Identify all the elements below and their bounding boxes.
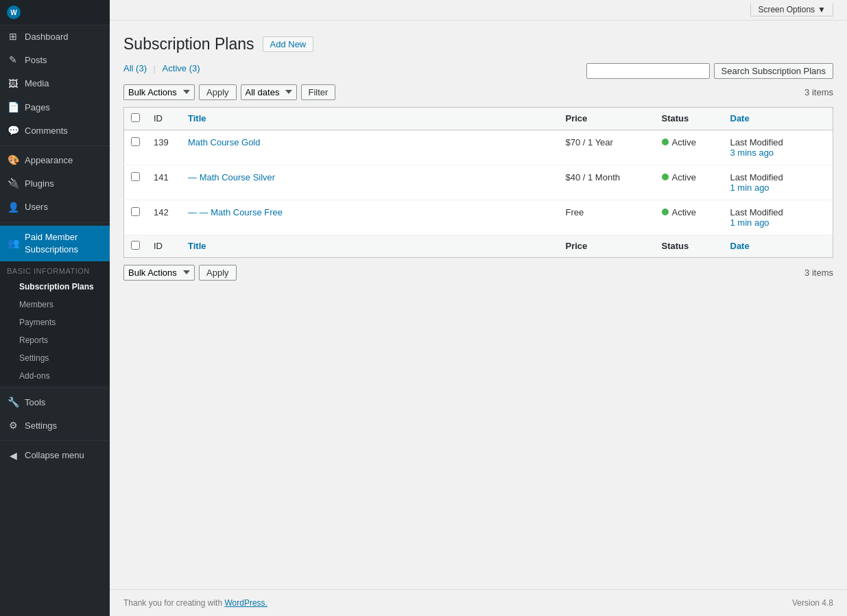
row-checkbox-cell-3: [124, 200, 147, 235]
settings-icon: ⚙: [7, 420, 19, 432]
sidebar-item-posts[interactable]: ✎ Posts: [0, 49, 110, 72]
dates-select[interactable]: All dates: [241, 84, 297, 100]
date-sort-link[interactable]: Date: [730, 113, 750, 123]
collapse-icon: ◀: [7, 449, 19, 462]
sidebar-item-label: Posts: [25, 54, 47, 67]
row-id-1: 139: [147, 130, 181, 165]
footer-status-col: Status: [655, 235, 724, 257]
row-title-link-2[interactable]: — Math Course Silver: [188, 172, 275, 182]
wordpress-link[interactable]: WordPress.: [224, 598, 267, 608]
filter-active-link[interactable]: Active (3): [163, 63, 200, 73]
title-sort-link-bottom[interactable]: Title: [188, 241, 206, 251]
sidebar-item-collapse[interactable]: ◀ Collapse menu: [0, 444, 110, 467]
row-status-2: Active: [655, 165, 724, 200]
row-title-link-1[interactable]: Math Course Gold: [188, 137, 261, 147]
row-checkbox-3[interactable]: [131, 207, 140, 216]
submenu-item-subscription-plans[interactable]: Subscription Plans: [0, 278, 110, 296]
pages-icon: 📄: [7, 102, 19, 114]
sidebar-item-media[interactable]: 🖼 Media: [0, 72, 110, 95]
posts-icon: ✎: [7, 54, 19, 67]
submenu-item-payments[interactable]: Payments: [0, 313, 110, 331]
apply-button-top[interactable]: Apply: [199, 84, 237, 100]
date-ago-link-2[interactable]: 1 min ago: [730, 182, 826, 193]
search-button[interactable]: Search Subscription Plans: [714, 63, 833, 79]
status-active-2: Active: [662, 172, 717, 182]
row-checkbox-1[interactable]: [131, 137, 140, 146]
filter-links: All (3) | Active (3): [123, 63, 200, 73]
action-bar-bottom-left: Bulk Actions Apply: [123, 265, 237, 281]
row-checkbox-2[interactable]: [131, 172, 140, 181]
sidebar-item-plugins[interactable]: 🔌 Plugins: [0, 172, 110, 196]
row-id-2: 141: [147, 165, 181, 200]
row-title-2: — Math Course Silver: [181, 165, 559, 200]
sidebar-item-label: Appearance: [25, 154, 73, 167]
date-sort-link-bottom[interactable]: Date: [730, 241, 750, 251]
row-id-3: 142: [147, 200, 181, 235]
table-row: 142 — — Math Course Free Free Active: [124, 200, 833, 235]
screen-options-button[interactable]: Screen Options ▼: [750, 3, 833, 16]
sidebar-item-settings[interactable]: ⚙ Settings: [0, 414, 110, 438]
date-modified-label-1: Last Modified: [730, 137, 783, 147]
sidebar-item-label: Paid Member Subscriptions: [25, 231, 103, 256]
apply-button-bottom[interactable]: Apply: [199, 265, 237, 281]
wordpress-logo: W: [7, 5, 21, 19]
row-checkbox-cell-2: [124, 165, 147, 200]
row-price-2: $40 / 1 Month: [559, 165, 655, 200]
date-ago-link-3[interactable]: 1 min ago: [730, 217, 826, 228]
sidebar-item-label: Tools: [25, 396, 45, 409]
sidebar-item-dashboard[interactable]: ⊞ Dashboard: [0, 25, 110, 49]
top-controls: All (3) | Active (3) Search Subscription…: [123, 63, 833, 79]
sidebar-item-tools[interactable]: 🔧 Tools: [0, 391, 110, 414]
row-title-3: — — Math Course Free: [181, 200, 559, 235]
select-all-checkbox-bottom[interactable]: [131, 241, 140, 250]
footer-date-col: Date: [724, 235, 833, 257]
date-ago-link-1[interactable]: 3 mins ago: [730, 147, 826, 158]
footer-checkbox-col: [124, 235, 147, 257]
header-status-col: Status: [655, 107, 724, 130]
plugins-icon: 🔌: [7, 178, 19, 190]
subscription-plans-table: ID Title Price Status: [123, 107, 833, 258]
title-sort-link[interactable]: Title: [188, 113, 206, 123]
date-modified-label-2: Last Modified: [730, 172, 783, 182]
row-title-link-3[interactable]: — — Math Course Free: [188, 207, 283, 217]
dashboard-icon: ⊞: [7, 31, 19, 43]
tools-icon: 🔧: [7, 396, 19, 409]
page-title: Subscription Plans: [123, 34, 254, 55]
sidebar-divider-1: [0, 145, 110, 146]
sidebar-item-label: Dashboard: [25, 31, 69, 43]
footer-version: Version 4.8: [792, 598, 833, 608]
bulk-actions-select-bottom[interactable]: Bulk Actions: [123, 265, 195, 281]
sidebar-item-label: Users: [25, 201, 48, 213]
paid-member-icon: 👥: [7, 237, 19, 250]
sidebar-item-users[interactable]: 👤 Users: [0, 196, 110, 219]
media-icon: 🖼: [7, 78, 19, 90]
row-title-1: Math Course Gold: [181, 130, 559, 165]
filter-all-link[interactable]: All (3): [123, 63, 150, 73]
sidebar-divider-2: [0, 222, 110, 223]
filter-button[interactable]: Filter: [301, 84, 336, 100]
sidebar-item-label: Media: [25, 78, 49, 90]
submenu-item-members[interactable]: Members: [0, 296, 110, 313]
submenu-item-settings[interactable]: Settings: [0, 349, 110, 367]
sidebar-item-label: Plugins: [25, 178, 54, 190]
sidebar-item-paid-member-subscriptions[interactable]: 👥 Paid Member Subscriptions: [0, 226, 110, 261]
submenu-item-reports[interactable]: Reports: [0, 331, 110, 349]
status-dot-2: [662, 174, 669, 180]
search-input[interactable]: [586, 63, 710, 79]
select-all-checkbox[interactable]: [131, 113, 140, 122]
submenu-item-add-ons[interactable]: Add-ons: [0, 367, 110, 385]
sidebar-item-pages[interactable]: 📄 Pages: [0, 96, 110, 119]
header-price-col: Price: [559, 107, 655, 130]
submenu-section-label: Basic Information: [0, 261, 110, 278]
sidebar-divider-4: [0, 440, 110, 441]
bulk-actions-select-top[interactable]: Bulk Actions: [123, 84, 195, 100]
sidebar-item-label: Pages: [25, 102, 50, 114]
sidebar-item-appearance[interactable]: 🎨 Appearance: [0, 149, 110, 172]
sidebar-item-comments[interactable]: 💬 Comments: [0, 119, 110, 143]
footer-title-col: Title: [181, 235, 559, 257]
sidebar-item-label: Settings: [25, 420, 57, 432]
action-bar-top: Bulk Actions Apply All dates Filter 3 it…: [123, 84, 833, 100]
add-new-button[interactable]: Add New: [263, 36, 314, 52]
table-row: 139 Math Course Gold $70 / 1 Year Active: [124, 130, 833, 165]
footer-price-col: Price: [559, 235, 655, 257]
